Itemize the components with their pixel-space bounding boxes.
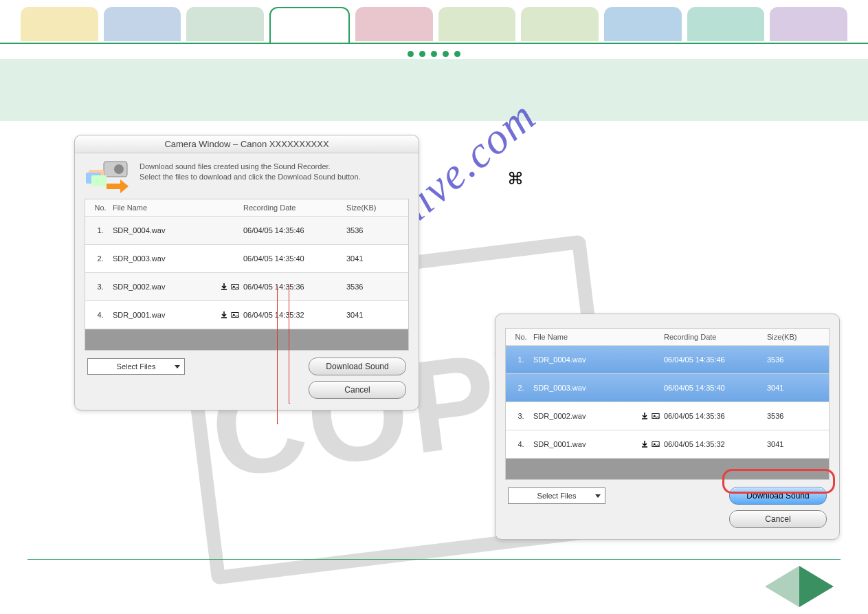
card-icon [231, 311, 239, 319]
cell-no: 4. [509, 440, 533, 448]
downloaded-icon [641, 412, 649, 420]
col-no: No. [88, 204, 113, 212]
tab-strip [0, 0, 868, 43]
col-size: Size(KB) [767, 333, 808, 341]
cell-date: 06/04/05 14:35:36 [664, 412, 767, 420]
cell-date: 06/04/05 14:35:46 [243, 226, 346, 234]
cell-size: 3536 [767, 355, 808, 364]
cell-filename: SDR_0004.wav [113, 226, 216, 234]
cell-size: 3041 [767, 440, 808, 448]
select-files-dropdown[interactable]: Select Files [508, 487, 605, 504]
select-files-label: Select Files [117, 362, 156, 371]
downloaded-icon [220, 311, 228, 319]
cell-size: 3536 [767, 412, 808, 420]
table-row[interactable]: 3.SDR_0002.wav06/04/05 14:35:363536 [506, 402, 829, 430]
cell-no: 1. [509, 355, 533, 364]
download-sound-button[interactable]: Download Sound [309, 358, 406, 375]
cell-filename: SDR_0003.wav [113, 254, 216, 263]
svg-point-1 [114, 164, 124, 174]
tab-4[interactable] [355, 7, 433, 41]
tab-0[interactable] [21, 7, 98, 41]
card-icon [652, 412, 660, 420]
cell-filename: SDR_0002.wav [113, 283, 216, 291]
page-footer [0, 559, 868, 614]
camera-window-dialog: Camera Window – Canon XXXXXXXXXX Downloa… [74, 135, 419, 410]
intro-line-1: Download sound files created using the S… [140, 162, 361, 172]
table-header: No. File Name Recording Date Size(KB) [85, 199, 408, 217]
command-key-icon: ⌘ [507, 169, 524, 188]
col-size: Size(KB) [346, 204, 388, 212]
cancel-label: Cancel [765, 514, 790, 524]
prev-page-arrow-icon[interactable] [765, 566, 799, 607]
cell-no: 3. [88, 283, 113, 291]
table-row[interactable]: 1.SDR_0004.wav06/04/05 14:35:463536 [506, 346, 829, 374]
cell-date: 06/04/05 14:35:36 [243, 283, 346, 291]
table-row-empty [85, 329, 408, 350]
table-row[interactable]: 2.SDR_0003.wav06/04/05 14:35:403041 [85, 245, 408, 273]
tab-3[interactable] [269, 7, 350, 43]
cancel-label: Cancel [344, 385, 370, 395]
col-filename: File Name [533, 333, 636, 341]
tab-9[interactable] [770, 7, 847, 41]
cell-filename: SDR_0001.wav [533, 440, 636, 448]
cell-filename: SDR_0002.wav [533, 412, 636, 420]
cell-filename: SDR_0003.wav [533, 384, 636, 392]
cancel-button[interactable]: Cancel [729, 510, 827, 528]
cell-date: 06/04/05 14:35:40 [243, 254, 346, 263]
card-icon [231, 283, 239, 291]
select-files-label: Select Files [537, 492, 577, 500]
page-content: COPY manualshive.com ⌘ Camera Window – C… [0, 121, 868, 135]
cell-no: 2. [88, 254, 113, 263]
table-row[interactable]: 2.SDR_0003.wav06/04/05 14:35:403041 [506, 374, 829, 402]
tab-8[interactable] [687, 7, 765, 41]
next-page-arrow-icon[interactable] [799, 566, 834, 607]
cancel-button[interactable]: Cancel [309, 381, 406, 399]
cell-no: 2. [509, 384, 533, 392]
table-header: No. File Name Recording Date Size(KB) [506, 329, 829, 346]
downloaded-icon [220, 283, 228, 291]
tab-divider [0, 43, 868, 44]
cell-size: 3041 [767, 384, 808, 392]
table-row-empty [506, 459, 829, 479]
cell-filename: SDR_0001.wav [113, 311, 216, 319]
col-filename: File Name [113, 204, 216, 212]
tab-1[interactable] [104, 7, 181, 41]
dialog-title: Camera Window – Canon XXXXXXXXXX [75, 135, 419, 153]
download-sound-label: Download Sound [746, 491, 809, 501]
select-files-dropdown[interactable]: Select Files [87, 358, 185, 375]
cell-date: 06/04/05 14:35:32 [664, 440, 767, 448]
cell-date: 06/04/05 14:35:32 [243, 311, 346, 319]
cell-size: 3041 [346, 311, 388, 319]
active-tab-dots [0, 50, 868, 59]
tab-2[interactable] [186, 7, 264, 41]
camera-window-dialog-right: No. File Name Recording Date Size(KB) 1.… [495, 314, 840, 540]
cell-size: 3536 [346, 283, 388, 291]
cell-no: 3. [509, 412, 533, 420]
downloaded-icon [641, 440, 649, 448]
tab-5[interactable] [438, 7, 516, 41]
cell-size: 3536 [346, 226, 388, 234]
tab-6[interactable] [521, 7, 599, 41]
intro-line-2: Select the files to download and click t… [140, 172, 361, 182]
file-table-left: No. File Name Recording Date Size(KB) 1.… [85, 199, 409, 351]
camera-transfer-icon [85, 160, 133, 193]
col-date: Recording Date [664, 333, 767, 341]
table-row[interactable]: 3.SDR_0002.wav06/04/05 14:35:363536 [85, 273, 408, 301]
download-sound-label: Download Sound [326, 362, 388, 371]
col-no: No. [509, 333, 533, 341]
table-row[interactable]: 1.SDR_0004.wav06/04/05 14:35:463536 [85, 217, 408, 245]
tab-7[interactable] [604, 7, 682, 41]
table-row[interactable]: 4.SDR_0001.wav06/04/05 14:35:323041 [506, 430, 829, 459]
cell-no: 1. [88, 226, 113, 234]
card-icon [652, 440, 660, 448]
cell-size: 3041 [346, 254, 388, 263]
download-sound-button[interactable]: Download Sound [729, 487, 827, 505]
file-table-right: No. File Name Recording Date Size(KB) 1.… [505, 328, 830, 480]
header-banner [0, 59, 868, 121]
dialog-intro: Download sound files created using the S… [85, 160, 409, 193]
cell-date: 06/04/05 14:35:40 [664, 384, 767, 392]
table-row[interactable]: 4.SDR_0001.wav06/04/05 14:35:323041 [85, 301, 408, 329]
cell-no: 4. [88, 311, 113, 319]
callout-line [289, 286, 290, 404]
callout-line [277, 286, 278, 424]
